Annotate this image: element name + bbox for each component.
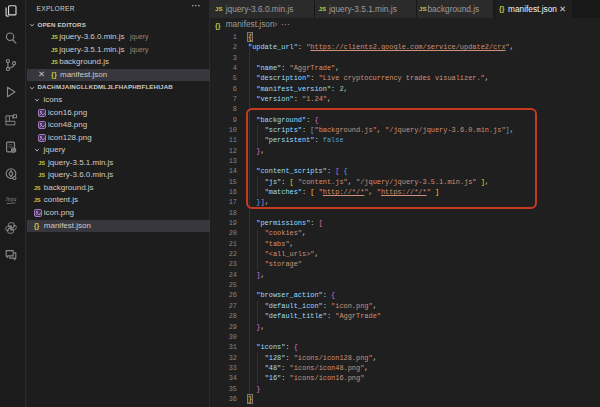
svg-text:Jinja: Jinja <box>5 196 17 202</box>
